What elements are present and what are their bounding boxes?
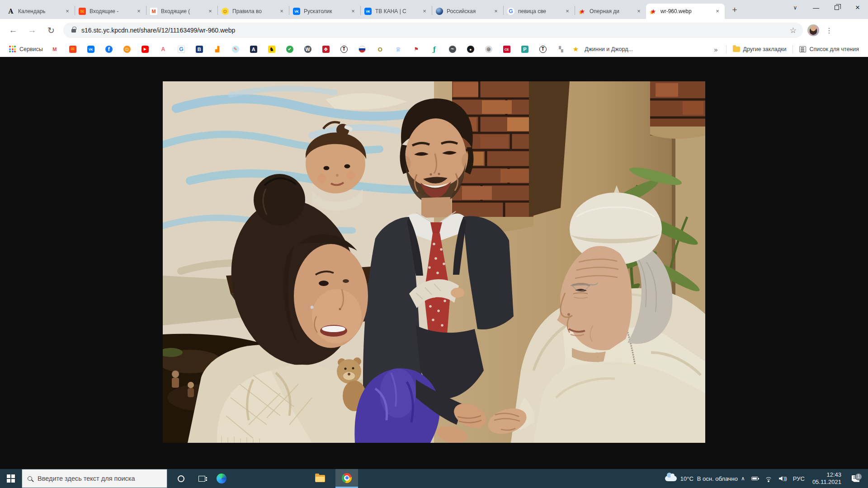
- tray-temperature[interactable]: 10°C: [680, 475, 693, 482]
- tab-close-icon[interactable]: ×: [135, 8, 142, 15]
- bookmark-favicon-russian-flag[interactable]: [359, 46, 366, 53]
- explorer-taskbar-button[interactable]: [310, 469, 330, 488]
- tab-close-icon[interactable]: ×: [635, 8, 642, 15]
- chrome-taskbar-button[interactable]: [335, 469, 358, 488]
- bookmark-favicon-airbnb[interactable]: A: [160, 46, 167, 53]
- rg-globe-icon: [436, 8, 443, 15]
- new-tab-button[interactable]: +: [728, 4, 741, 16]
- bookmark-favicon-youtube[interactable]: ▶: [142, 46, 149, 53]
- forward-button[interactable]: →: [24, 23, 40, 38]
- tab-search-chevron-icon[interactable]: ∨: [785, 0, 806, 15]
- bookmark-favicon-pixel-blocks[interactable]: ▚: [557, 46, 565, 53]
- hidden-icons-chevron[interactable]: ∧: [741, 475, 745, 482]
- bookmarks-overflow-icon[interactable]: »: [714, 46, 717, 53]
- tab-title: Российская: [447, 8, 490, 14]
- address-bar[interactable]: s16.stc.yc.kpcdn.net/share/i/12/11163499…: [63, 23, 803, 38]
- vk-icon: VK: [364, 8, 372, 15]
- bookmark-favicon-t-journal[interactable]: Т: [340, 46, 348, 53]
- bookmark-favicon-engraved-globe[interactable]: ⊕: [485, 46, 492, 53]
- bookmark-favicon-vk[interactable]: VK: [87, 46, 94, 53]
- bookmark-favicon-odnoklassniki[interactable]: ☺: [123, 46, 131, 53]
- bookmark-favicon-letter-b-navy[interactable]: В: [196, 46, 203, 53]
- tab-title: Календарь: [18, 8, 61, 14]
- task-view-button[interactable]: [192, 469, 212, 488]
- photo-pope-family[interactable]: [163, 81, 705, 443]
- tab-7[interactable]: Российская×: [432, 4, 503, 19]
- bookmark-favicon-facebook[interactable]: f: [105, 46, 113, 53]
- bookmark-favicon-vinyl-record[interactable]: •: [467, 46, 474, 53]
- bookmark-favicon-blue-crown[interactable]: ♕: [395, 46, 402, 53]
- profile-avatar[interactable]: [807, 24, 819, 36]
- bookmark-favicon-orange-chart[interactable]: ▟: [214, 46, 221, 53]
- reload-button[interactable]: ↻: [43, 23, 59, 38]
- start-button[interactable]: [0, 469, 22, 488]
- tab-active-10[interactable]: ★wr-960.webp×: [646, 4, 725, 19]
- bookmark-favicon-red-ornament[interactable]: ❖: [322, 46, 330, 53]
- letter-a-logo-icon: A: [7, 8, 14, 15]
- bookmark-favicon-letter-a-navy[interactable]: A: [250, 46, 257, 53]
- bookmark-favicon-google-translate[interactable]: G: [178, 46, 185, 53]
- tab-9[interactable]: ★Оперная ди×: [575, 4, 646, 19]
- reading-list-icon: [799, 46, 806, 52]
- tab-6[interactable]: VKТВ КАНА | С×: [361, 4, 432, 19]
- cortana-button[interactable]: [171, 469, 191, 488]
- tab-close-icon[interactable]: ×: [64, 8, 71, 15]
- edge-taskbar-button[interactable]: [212, 469, 231, 488]
- chrome-icon: [342, 473, 352, 483]
- bookmark-favicon-teal-r[interactable]: Р: [521, 46, 528, 53]
- tab-close-icon[interactable]: ×: [207, 8, 214, 15]
- tab-4[interactable]: ☺Правила во×: [218, 4, 289, 19]
- bookmark-favicon-red-ce[interactable]: СЕ: [503, 46, 510, 53]
- tab-close-icon[interactable]: ×: [564, 8, 571, 15]
- tab-title: wr-960.webp: [660, 8, 711, 14]
- bookmark-star-icon[interactable]: ☆: [790, 26, 797, 35]
- apps-shortcut[interactable]: Сервисы: [6, 43, 46, 55]
- tab-close-icon[interactable]: ×: [492, 8, 500, 15]
- tab-title: певица све: [518, 8, 561, 14]
- taskbar-clock[interactable]: 12:43 05.11.2021: [812, 471, 841, 486]
- bookmark-favicon-yandex-mail[interactable]: ✉: [69, 46, 76, 53]
- kp-star-icon: ★: [579, 8, 586, 15]
- minimize-button[interactable]: —: [806, 0, 826, 15]
- bookmark-favicon-t-circle[interactable]: Т: [539, 46, 547, 53]
- taskbar-search-input[interactable]: Введите здесь текст для поиска: [22, 469, 167, 488]
- bookmark-favicon-crayons-circle[interactable]: ✎: [232, 46, 239, 53]
- action-center-button[interactable]: 1: [849, 475, 865, 482]
- language-indicator[interactable]: РУС: [793, 475, 805, 482]
- restore-button[interactable]: [826, 0, 847, 15]
- bookmark-favicon-wordpress[interactable]: W: [304, 46, 311, 53]
- bookmark-favicon-teal-script-f[interactable]: ƒ: [431, 46, 438, 53]
- tab-1[interactable]: AКалендарь×: [4, 4, 75, 19]
- notification-badge: 1: [855, 473, 862, 480]
- volume-icon[interactable]: ))): [779, 476, 787, 481]
- bookmark-favicon-coat-of-arms[interactable]: ⚑: [413, 46, 420, 53]
- apps-grid-icon: [9, 46, 16, 53]
- tab-5[interactable]: VKРускатолик×: [289, 4, 360, 19]
- bookmark-favicon-green-check[interactable]: ✔: [286, 46, 293, 53]
- tray-time: 12:43: [812, 471, 841, 479]
- browser-menu-icon[interactable]: ⋮: [824, 26, 835, 35]
- close-button[interactable]: ×: [847, 0, 868, 15]
- battery-icon[interactable]: [751, 477, 758, 480]
- url-text[interactable]: s16.stc.yc.kpcdn.net/share/i/12/11163499…: [81, 27, 786, 34]
- tab-close-icon[interactable]: ×: [421, 8, 428, 15]
- back-button[interactable]: ←: [5, 23, 21, 38]
- bookmark-favicon-dark-globe-swoosh[interactable]: ~: [449, 46, 456, 53]
- reading-list[interactable]: Список для чтения: [797, 43, 862, 55]
- wifi-icon[interactable]: [764, 476, 773, 481]
- secure-lock-icon[interactable]: [71, 29, 76, 33]
- tab-close-icon[interactable]: ×: [278, 8, 285, 15]
- divider: [726, 45, 726, 53]
- other-bookmarks[interactable]: Другие закладки: [730, 43, 789, 55]
- tab-close-icon[interactable]: ×: [349, 8, 357, 15]
- tab-close-icon[interactable]: ×: [714, 8, 721, 15]
- tab-2[interactable]: ✉Входящие -×: [75, 4, 146, 19]
- bookmark-ginny[interactable]: ★ Джинни и Джорд...: [570, 43, 636, 55]
- tab-8[interactable]: Gпевица све×: [504, 4, 575, 19]
- bookmark-favicon-gold-ring-o[interactable]: O: [377, 46, 384, 53]
- bookmark-favicon-gmail[interactable]: M: [51, 46, 58, 53]
- tab-3[interactable]: MВходящие (×: [146, 4, 217, 19]
- other-bookmarks-label: Другие закладки: [743, 46, 787, 52]
- tray-weather-condition[interactable]: В осн. облачно: [697, 475, 738, 482]
- bookmark-favicon-knight-yellow[interactable]: ♞: [268, 46, 275, 53]
